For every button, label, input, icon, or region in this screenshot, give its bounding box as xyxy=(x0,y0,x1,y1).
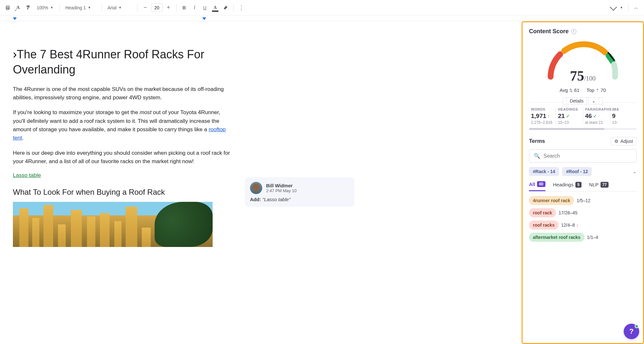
term-count: 12/4–8 ↓ xyxy=(561,222,579,228)
ruler[interactable] xyxy=(0,15,644,21)
decrease-font-button[interactable]: − xyxy=(141,3,150,12)
help-button[interactable]: ? xyxy=(624,324,639,339)
info-icon[interactable]: i xyxy=(571,29,576,34)
sliders-icon: ⚙ xyxy=(614,139,619,144)
stat-words: WORDS 1,971↑ 2,275–2,616 xyxy=(529,107,556,125)
search-input[interactable] xyxy=(543,153,632,159)
terms-tabs: All80 Headings5 NLP77 xyxy=(529,181,637,192)
term-count: 17/28–45 xyxy=(559,210,577,215)
main: ›The 7 Best 4Runner Roof Racks For Overl… xyxy=(0,21,644,344)
paragraph[interactable]: The 4Runner is one of the most capable S… xyxy=(13,85,232,102)
terms-search[interactable]: 🔍 xyxy=(529,149,637,162)
term-item[interactable]: roof rack17/28–45 xyxy=(529,208,637,217)
comment-author: Bill Widmer xyxy=(266,183,297,188)
stat-paragraphs: PARAGRAPHS 46✓ at least 21 xyxy=(583,107,610,125)
adjust-button[interactable]: ⚙Adjust xyxy=(611,137,637,145)
paragraph[interactable]: If you're looking to maximize your stora… xyxy=(13,108,232,142)
filter-pill-rack[interactable]: #Rack - 14 xyxy=(529,167,559,176)
term-count: 1/5–12 xyxy=(577,198,591,203)
print-icon[interactable] xyxy=(3,3,12,12)
spellcheck-icon[interactable]: A✓ xyxy=(14,3,23,12)
stats-row: WORDS 1,971↑ 2,275–2,616 HEADINGS 21✓ 10… xyxy=(529,103,637,125)
zoom-dropdown[interactable]: 100%▼ xyxy=(34,4,56,12)
avatar xyxy=(250,182,262,194)
paragraph[interactable]: Here is our deep dive into everything yo… xyxy=(13,149,232,166)
document-page: ›The 7 Best 4Runner Roof Racks For Overl… xyxy=(0,21,232,247)
comment-card[interactable]: Bill Widmer 2:47 PM May 10 Add: "Lasso t… xyxy=(245,177,354,207)
term-item[interactable]: roof racks12/4–8 ↓ xyxy=(529,221,637,230)
page-title[interactable]: ›The 7 Best 4Runner Roof Racks For Overl… xyxy=(13,47,232,77)
benchmarks: Avg ⇅ 61 Top ⇡ 70 xyxy=(529,87,637,93)
content-score-title: Content Score i xyxy=(529,28,637,35)
tab-headings[interactable]: Headings5 xyxy=(553,181,582,191)
term-name: 4runner roof rack xyxy=(529,196,574,205)
filter-pill-roof[interactable]: #Roof - 12 xyxy=(562,167,592,176)
stats-scrollbar[interactable] xyxy=(529,128,637,130)
term-list: 4runner roof rack1/5–12roof rack17/28–45… xyxy=(529,196,637,242)
toolbar: A✓ 100%▼ Heading 1▼ Arial▼ − 20 + B I U … xyxy=(0,0,644,15)
stat-headings: HEADINGS 21✓ 10–23 xyxy=(556,107,583,125)
chevron-down-icon[interactable]: ⌄ xyxy=(633,169,637,174)
term-count: 1/1–4 xyxy=(587,235,598,240)
tab-all[interactable]: All80 xyxy=(529,181,545,191)
bold-button[interactable]: B xyxy=(180,3,189,12)
term-name: aftermarket roof racks xyxy=(529,233,584,242)
lasso-table-link[interactable]: Lasso table xyxy=(13,172,232,179)
edit-mode-button[interactable] xyxy=(610,3,619,12)
heading-2[interactable]: What To Look For when Buying a Roof Rack xyxy=(13,188,232,197)
stat-images: IMA 9 13- xyxy=(610,107,637,125)
italic-button[interactable]: I xyxy=(190,3,199,12)
search-icon: 🔍 xyxy=(534,153,540,159)
term-item[interactable]: aftermarket roof racks1/1–4 xyxy=(529,233,637,242)
style-dropdown[interactable]: Heading 1▼ xyxy=(63,4,98,12)
comment-time: 2:47 PM May 10 xyxy=(266,188,297,193)
term-item[interactable]: 4runner roof rack1/5–12 xyxy=(529,196,637,205)
increase-font-button[interactable]: + xyxy=(164,3,173,12)
terms-title: Terms xyxy=(529,138,545,144)
content-score-sidebar: Content Score i 75/100 Avg ⇅ 61 Top ⇡ 70… xyxy=(522,21,644,344)
term-name: roof racks xyxy=(529,221,559,230)
document-image[interactable] xyxy=(13,202,213,247)
text-color-button[interactable]: A xyxy=(211,3,220,12)
highlight-button[interactable] xyxy=(221,3,230,12)
underline-button[interactable]: U xyxy=(200,3,209,12)
collapse-button[interactable]: ︿ xyxy=(632,3,641,12)
more-button[interactable]: ⋮ xyxy=(237,3,246,12)
term-name: roof rack xyxy=(529,208,556,217)
document-area[interactable]: ›The 7 Best 4Runner Roof Racks For Overl… xyxy=(0,21,522,344)
tab-nlp[interactable]: NLP77 xyxy=(589,181,609,191)
font-size-input[interactable]: 20 xyxy=(151,4,163,12)
font-dropdown[interactable]: Arial▼ xyxy=(105,4,134,12)
comment-body: Add: "Lasso table" xyxy=(250,197,349,202)
paint-format-icon[interactable] xyxy=(24,3,33,12)
notification-dot xyxy=(635,324,639,328)
